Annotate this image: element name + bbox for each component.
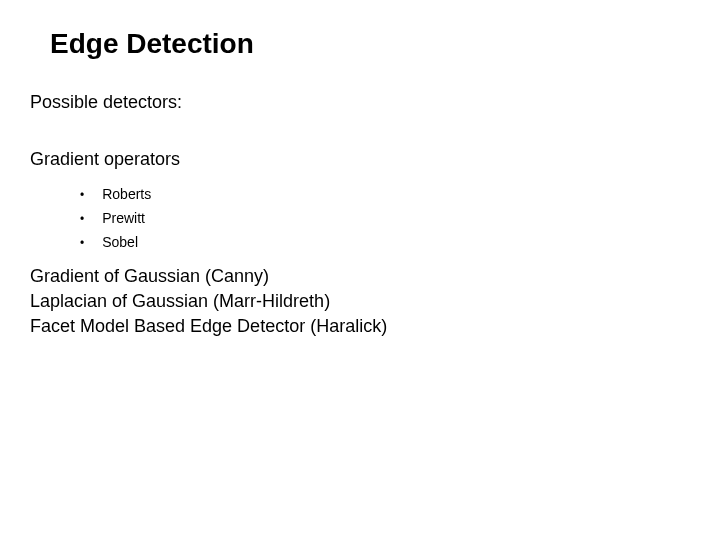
bullet-list: • Roberts • Prewitt • Sobel [80, 186, 690, 250]
list-item: • Roberts [80, 186, 690, 202]
list-item: • Prewitt [80, 210, 690, 226]
body-text: Facet Model Based Edge Detector (Haralic… [30, 316, 690, 337]
body-text: Laplacian of Gaussian (Marr-Hildreth) [30, 291, 690, 312]
subsection-heading: Gradient operators [30, 149, 690, 170]
section-label: Possible detectors: [30, 92, 690, 113]
bullet-text: Roberts [102, 186, 151, 202]
body-text: Gradient of Gaussian (Canny) [30, 266, 690, 287]
bullet-icon: • [80, 236, 84, 250]
list-item: • Sobel [80, 234, 690, 250]
bullet-text: Sobel [102, 234, 138, 250]
bullet-icon: • [80, 188, 84, 202]
bullet-icon: • [80, 212, 84, 226]
slide-title: Edge Detection [50, 28, 690, 60]
bullet-text: Prewitt [102, 210, 145, 226]
